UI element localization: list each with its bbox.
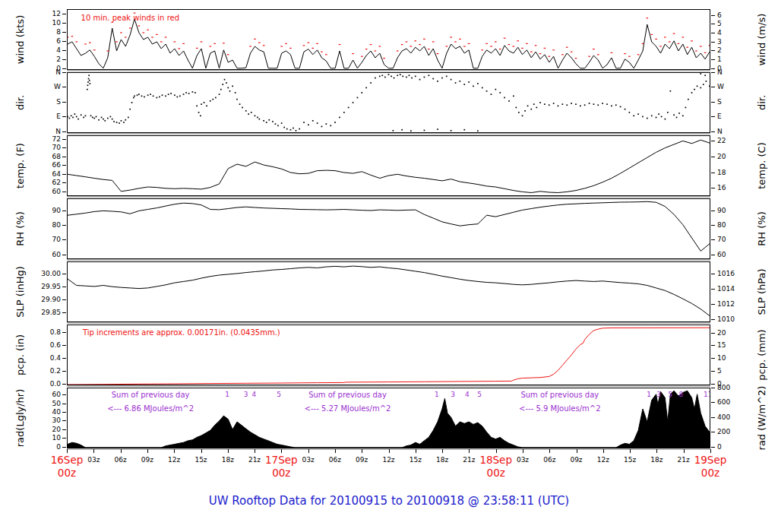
x-axis-minor-label: 18z [217,456,239,464]
precipitation-tick-l [62,345,66,346]
solar-radiation-tick-label-l: 60 [23,391,61,399]
direction-tick-label-l: N [23,68,61,77]
precipitation-tick-label-r: 10 [717,354,755,363]
precipitation-tick-l [62,358,66,359]
temperature-tick-l [62,157,66,157]
sea-level-pressure-tick-l [62,312,66,313]
temperature-plot-area [67,135,710,196]
solar-radiation-tick-label-r: 0 [717,443,755,451]
svg-text:4: 4 [465,391,470,398]
relative-humidity-tick-l [62,255,66,255]
sea-level-pressure-tick-label-l: 29.85 [23,309,61,317]
sea-level-pressure-tick-label-r: 1016 [717,270,755,278]
x-axis-time-label: 00z [255,467,308,479]
solar-radiation-tick-label-l: 20 [23,426,61,434]
relative-humidity-tick-l [62,211,66,211]
solar-radiation-tick-r [711,447,715,448]
wind-tick-l [62,32,66,33]
x-axis-minor-label: 15z [404,456,427,464]
svg-text:1: 1 [225,391,229,398]
temperature-tick-l [62,192,66,192]
x-axis-time-label: 00z [684,467,737,479]
x-axis-minor-label: 09z [565,456,588,464]
direction-tick-label-r: N [717,68,755,77]
sea-level-pressure-tick-label-r: 1012 [717,300,755,309]
direction-plot-svg [68,73,710,132]
direction-tick-label-l: E [23,112,61,121]
svg-text:8: 8 [679,391,684,398]
x-axis-tick [416,449,416,453]
precipitation-right-axis-title: pcp. (mm) [756,329,767,380]
precipitation-tick-l [62,371,66,372]
x-axis-tick [630,449,631,453]
solar-radiation-tick-l [62,429,66,430]
panel-humidity: RH (%) RH (%) 6070809060708090 [0,198,778,259]
precipitation-tick-label-l: 0.8 [23,328,61,337]
wind-tick-label-l: 6 [23,37,61,46]
direction-tick-r [711,131,715,132]
wind-plot-area: 10 min. peak winds in red [67,9,710,70]
sea-level-pressure-tick-r [711,319,715,320]
wind-tick-r [711,15,715,16]
temperature-plot-svg [68,136,710,195]
direction-tick-label-l: S [23,98,61,106]
svg-text:10 min. peak winds in red: 10 min. peak winds in red [81,14,179,22]
x-axis-minor-label: 06z [109,456,132,464]
precipitation-plot-area: Tip increments are approx. 0.00171in. (0… [67,325,710,385]
wind-tick-r [711,59,715,60]
svg-text:Sum of previous day: Sum of previous day [520,391,599,399]
svg-text:3: 3 [244,391,248,398]
relative-humidity-tick-label-l: 60 [23,251,61,259]
precipitation-tick-label-l: 0.4 [23,354,61,363]
precipitation-tick-label-r: 15 [717,341,755,350]
x-axis-minor-label: 03z [82,456,105,464]
figure-title: UW Rooftop Data for 20100915 to 20100918… [0,494,778,508]
x-axis-tick [549,449,550,453]
relative-humidity-tick-label-r: 80 [717,221,755,230]
wind-tick-label-r: 5 [717,20,755,28]
x-axis-minor-label: 15z [618,456,641,464]
precipitation-tick-l [62,332,66,333]
precipitation-tick-label-r: 5 [717,367,755,375]
x-axis-tick [523,449,523,453]
humidity-plot-svg [68,199,710,258]
x-axis-minor-label: 18z [431,456,454,464]
wind-tick-l [62,41,66,42]
x-axis-tick [577,449,577,453]
relative-humidity-tick-r [711,239,715,240]
panel-direction: dir. dir. NESWNNESWN [0,72,778,133]
sea-level-pressure-tick-l [62,287,66,287]
sea-level-pressure-tick-r [711,274,715,274]
wind-tick-label-r: 1 [717,55,755,64]
solar-radiation-tick-label-l: 0 [23,443,61,451]
x-axis-tick [147,449,148,453]
temperature-tick-l [62,139,66,140]
relative-humidity-tick-r [711,225,715,226]
x-axis-minor-label: 03z [511,456,534,464]
direction-tick-r [711,102,715,103]
humidity-right-axis-title: RH (%) [756,211,767,245]
direction-tick-r [711,72,715,73]
svg-text:<--- 5.27 MJoules/m^2: <--- 5.27 MJoules/m^2 [305,404,391,413]
precipitation-tick-label-l: 0.0 [23,380,61,388]
wind-tick-l [62,59,66,60]
x-axis-minor-label: 06z [324,456,346,464]
x-axis-minor-label: 15z [190,456,213,464]
solar-radiation-tick-label-r: 400 [717,413,755,422]
wind-tick-l [62,14,66,14]
panel-radiation: rad(Lgly/hr) Sum of previous day<--- 6.8… [0,388,778,448]
temperature-tick-l [62,182,66,183]
sea-level-pressure-tick-label-l: 30.00 [23,270,61,278]
svg-text:<--- 5.9 MJoules/m^2: <--- 5.9 MJoules/m^2 [519,404,601,413]
x-axis-minor-label: 12z [163,456,185,464]
x-axis-tick [228,449,229,453]
precipitation-tick-r [711,358,715,359]
svg-text:3: 3 [451,391,455,398]
solar-radiation-tick-r [711,417,715,418]
solar-radiation-tick-label-r: 800 [717,384,755,392]
direction-tick-label-r: W [717,83,755,91]
x-axis-tick [603,449,604,453]
x-axis-minor-label: 21z [457,456,480,464]
x-axis-tick [362,449,362,453]
solar-radiation-tick-label-l: 50 [23,400,61,408]
